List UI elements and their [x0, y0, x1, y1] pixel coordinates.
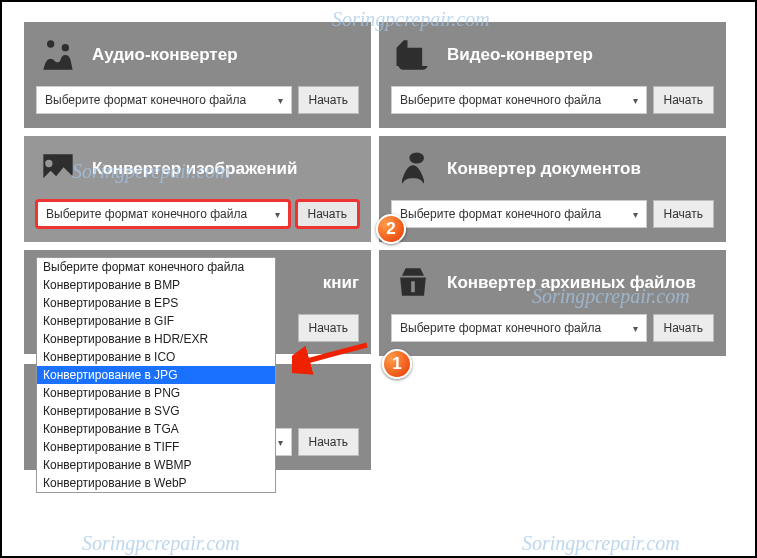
card-title: Аудио-конвертер	[92, 45, 238, 65]
video-icon	[391, 33, 435, 77]
chevron-down-icon: ▾	[633, 209, 638, 220]
dropdown-option[interactable]: Конвертирование в PNG	[37, 384, 275, 402]
start-button[interactable]: Начать	[653, 86, 715, 114]
card-title-suffix: книг	[323, 273, 359, 293]
dropdown-option[interactable]: Конвертирование в TGA	[37, 420, 275, 438]
card-document-converter: Конвертер документов Выберите формат кон…	[379, 136, 726, 242]
select-placeholder: Выберите формат конечного файла	[400, 321, 601, 335]
card-archive-converter: Конвертер архивных файлов Выберите форма…	[379, 250, 726, 356]
dropdown-option[interactable]: Конвертирование в SVG	[37, 402, 275, 420]
watermark: Soringpcrepair.com	[82, 532, 240, 555]
dropdown-option[interactable]: Конвертирование в TIFF	[37, 438, 275, 456]
document-icon	[391, 147, 435, 191]
annotation-badge-1: 1	[382, 349, 412, 379]
card-title: Конвертер документов	[447, 159, 641, 179]
card-image-converter: Конвертер изображений Выберите формат ко…	[24, 136, 371, 242]
annotation-badge-2: 2	[376, 214, 406, 244]
archive-icon	[391, 261, 435, 305]
start-button[interactable]: Начать	[298, 86, 360, 114]
start-button[interactable]: Начать	[298, 428, 360, 456]
select-placeholder: Выберите формат конечного файла	[400, 93, 601, 107]
chevron-down-icon: ▾	[278, 437, 283, 448]
card-title: Конвертер изображений	[92, 159, 297, 179]
select-placeholder: Выберите формат конечного файла	[46, 207, 247, 221]
dropdown-option[interactable]: Конвертирование в ICO	[37, 348, 275, 366]
format-select[interactable]: Выберите формат конечного файла▾	[391, 200, 647, 228]
start-button[interactable]: Начать	[653, 314, 715, 342]
watermark: Soringpcrepair.com	[522, 532, 680, 555]
format-select[interactable]: Выберите формат конечного файла▾	[36, 200, 290, 228]
format-select[interactable]: Выберите формат конечного файла▾	[36, 86, 292, 114]
card-title: Видео-конвертер	[447, 45, 593, 65]
select-placeholder: Выберите формат конечного файла	[45, 93, 246, 107]
card-title: Конвертер архивных файлов	[447, 273, 696, 293]
dropdown-option[interactable]: Конвертирование в WBMP	[37, 456, 275, 474]
chevron-down-icon: ▾	[275, 209, 280, 220]
chevron-down-icon: ▾	[633, 95, 638, 106]
card-video-converter: Видео-конвертер Выберите формат конечног…	[379, 22, 726, 128]
annotation-arrow	[292, 339, 372, 379]
dropdown-option[interactable]: Выберите формат конечного файла	[37, 258, 275, 276]
chevron-down-icon: ▾	[278, 95, 283, 106]
start-button[interactable]: Начать	[653, 200, 715, 228]
dropdown-option[interactable]: Конвертирование в BMP	[37, 276, 275, 294]
dropdown-option[interactable]: Конвертирование в HDR/EXR	[37, 330, 275, 348]
dropdown-option[interactable]: Конвертирование в JPG	[37, 366, 275, 384]
chevron-down-icon: ▾	[633, 323, 638, 334]
dropdown-option[interactable]: Конвертирование в WebP	[37, 474, 275, 492]
audio-icon	[36, 33, 80, 77]
select-placeholder: Выберите формат конечного файла	[400, 207, 601, 221]
start-button[interactable]: Начать	[296, 200, 360, 228]
format-select[interactable]: Выберите формат конечного файла▾	[391, 86, 647, 114]
start-button[interactable]: Начать	[298, 314, 360, 342]
image-icon	[36, 147, 80, 191]
dropdown-option[interactable]: Конвертирование в EPS	[37, 294, 275, 312]
format-select[interactable]: Выберите формат конечного файла▾	[391, 314, 647, 342]
format-dropdown[interactable]: Выберите формат конечного файлаКонвертир…	[36, 257, 276, 493]
dropdown-option[interactable]: Конвертирование в GIF	[37, 312, 275, 330]
card-audio-converter: Аудио-конвертер Выберите формат конечног…	[24, 22, 371, 128]
